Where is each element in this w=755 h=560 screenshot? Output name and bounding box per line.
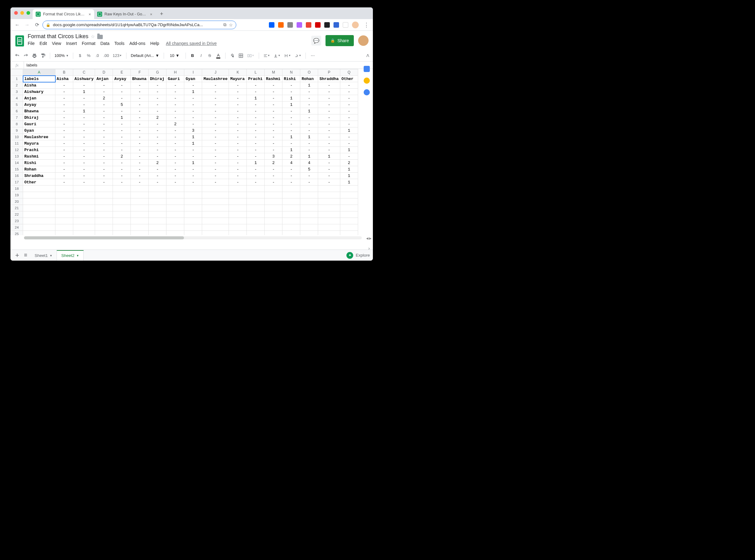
cell[interactable]: - xyxy=(247,153,265,160)
cell[interactable]: - xyxy=(265,140,282,147)
cell[interactable]: - xyxy=(184,179,202,185)
cell[interactable]: 1 xyxy=(184,160,202,166)
cell[interactable]: - xyxy=(55,166,73,173)
more-toolbar-button[interactable]: ⋯ xyxy=(309,52,316,60)
cell[interactable]: - xyxy=(229,82,247,88)
cell[interactable]: - xyxy=(340,115,358,121)
row-header-8[interactable]: 8 xyxy=(11,121,23,127)
cell[interactable]: - xyxy=(282,121,300,127)
cell[interactable]: - xyxy=(229,160,247,166)
format-percent-button[interactable]: % xyxy=(85,52,92,60)
row-header-7[interactable]: 7 xyxy=(11,115,23,121)
cell[interactable] xyxy=(184,205,202,212)
fill-color-button[interactable] xyxy=(229,52,236,60)
cell[interactable] xyxy=(229,212,247,218)
cell[interactable] xyxy=(23,218,55,224)
cell[interactable]: - xyxy=(113,166,131,173)
cell[interactable]: Anjan xyxy=(95,76,113,82)
caret-down-icon[interactable]: ▼ xyxy=(49,254,52,257)
cell[interactable]: Prachi xyxy=(23,147,55,153)
cell[interactable]: - xyxy=(318,166,340,173)
cell[interactable]: - xyxy=(131,121,149,127)
cell[interactable] xyxy=(23,205,55,212)
cell[interactable]: - xyxy=(166,102,184,108)
cell[interactable]: - xyxy=(282,173,300,179)
cell[interactable] xyxy=(318,205,340,212)
col-header-G[interactable]: G xyxy=(149,69,166,76)
cell[interactable]: - xyxy=(95,115,113,121)
cell[interactable]: - xyxy=(247,88,265,95)
cell[interactable]: - xyxy=(166,127,184,134)
cell[interactable]: Rishi xyxy=(23,160,55,166)
cell[interactable]: - xyxy=(300,173,318,179)
cell[interactable]: - xyxy=(73,147,95,153)
scroll-arrows[interactable]: ◀▶ xyxy=(366,237,372,240)
cell[interactable] xyxy=(184,212,202,218)
col-header-D[interactable]: D xyxy=(95,69,113,76)
cell[interactable]: - xyxy=(131,140,149,147)
cell[interactable] xyxy=(73,231,95,235)
cell[interactable]: - xyxy=(247,115,265,121)
cell[interactable]: - xyxy=(340,121,358,127)
cell[interactable] xyxy=(340,231,358,235)
cell[interactable] xyxy=(23,231,55,235)
cell[interactable] xyxy=(300,218,318,224)
cell[interactable] xyxy=(131,198,149,205)
cell[interactable] xyxy=(300,212,318,218)
cell[interactable]: - xyxy=(131,88,149,95)
cell[interactable]: - xyxy=(95,179,113,185)
horizontal-scrollbar[interactable] xyxy=(24,236,362,239)
menu-help[interactable]: Help xyxy=(150,41,159,46)
cell[interactable]: - xyxy=(55,147,73,153)
row-header-6[interactable]: 6 xyxy=(11,108,23,115)
cell[interactable] xyxy=(340,212,358,218)
cell[interactable]: - xyxy=(340,95,358,102)
cell[interactable]: - xyxy=(282,115,300,121)
cell[interactable]: - xyxy=(95,166,113,173)
borders-button[interactable] xyxy=(237,52,245,60)
cell[interactable]: - xyxy=(247,147,265,153)
cell[interactable]: - xyxy=(229,173,247,179)
merge-cells-button[interactable]: ▼ xyxy=(246,52,256,60)
menu-edit[interactable]: Edit xyxy=(40,41,47,46)
cell[interactable]: - xyxy=(113,179,131,185)
cell[interactable]: - xyxy=(265,134,282,140)
cell[interactable]: - xyxy=(202,134,229,140)
cell[interactable]: - xyxy=(340,82,358,88)
cell[interactable] xyxy=(95,185,113,192)
sheets-logo-icon[interactable] xyxy=(14,33,26,48)
cell[interactable]: - xyxy=(265,179,282,185)
cell[interactable]: Mayura xyxy=(23,140,55,147)
cell[interactable]: Other xyxy=(23,179,55,185)
cell[interactable] xyxy=(113,231,131,235)
row-header-24[interactable]: 24 xyxy=(11,224,23,231)
cell[interactable]: - xyxy=(73,121,95,127)
cell[interactable] xyxy=(282,218,300,224)
row-header-4[interactable]: 4 xyxy=(11,95,23,102)
sheet-tab-sheet1[interactable]: Sheet1▼ xyxy=(30,250,57,261)
cell[interactable] xyxy=(95,231,113,235)
cell[interactable] xyxy=(55,224,73,231)
cell[interactable] xyxy=(23,212,55,218)
nav-reload-button[interactable]: ⟳ xyxy=(33,21,41,29)
cell[interactable] xyxy=(282,185,300,192)
cell[interactable] xyxy=(202,198,229,205)
cell[interactable] xyxy=(318,224,340,231)
cell[interactable]: 2 xyxy=(149,160,166,166)
cell[interactable]: 4 xyxy=(282,160,300,166)
menu-add-ons[interactable]: Add-ons xyxy=(129,41,145,46)
cell[interactable] xyxy=(73,224,95,231)
cell[interactable]: 1 xyxy=(340,147,358,153)
cell[interactable]: - xyxy=(113,140,131,147)
cell[interactable]: - xyxy=(73,102,95,108)
row-header-1[interactable]: 1 xyxy=(11,76,23,82)
cell[interactable]: - xyxy=(55,115,73,121)
row-header-25[interactable]: 25 xyxy=(11,231,23,235)
cell[interactable] xyxy=(202,192,229,198)
cell[interactable] xyxy=(265,224,282,231)
cell[interactable] xyxy=(113,185,131,192)
text-wrap-button[interactable]: ▼ xyxy=(283,52,292,60)
cell[interactable]: - xyxy=(340,153,358,160)
cell[interactable] xyxy=(55,218,73,224)
cell[interactable]: - xyxy=(318,82,340,88)
